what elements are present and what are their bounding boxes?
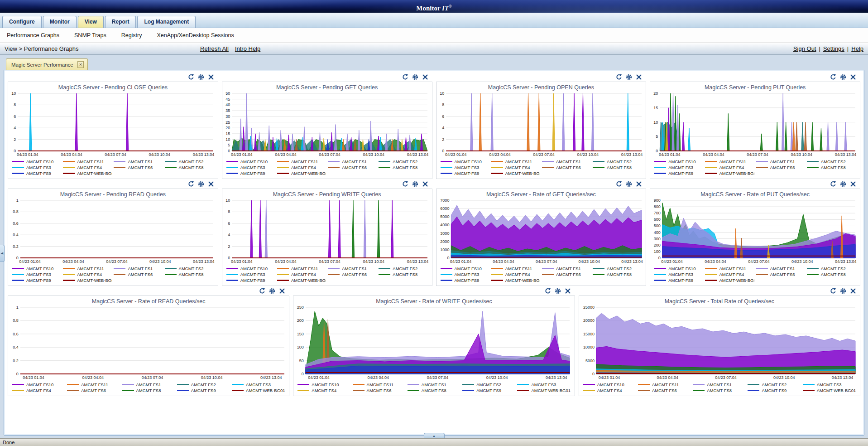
svg-text:6: 6 [14, 114, 16, 119]
settings-link[interactable]: Settings [823, 45, 844, 52]
chart-refresh-icon[interactable] [830, 288, 836, 294]
chart-refresh-icon[interactable] [616, 181, 622, 187]
chart-close-icon[interactable] [850, 288, 856, 294]
legend-label: AMCMT-FS8 [179, 165, 204, 170]
legend-item: AMCMT-FS9 [12, 278, 61, 283]
submenu-performance-graphs[interactable]: Performance Graphs [7, 32, 59, 39]
tab-log-management[interactable]: Log Management [137, 16, 196, 28]
legend-item: AMCMT-FS3 [654, 272, 703, 277]
chart-close-icon[interactable] [636, 74, 642, 80]
legend-swatch [12, 167, 24, 168]
chart-close-icon[interactable] [422, 74, 428, 80]
chart-refresh-icon[interactable] [402, 74, 408, 80]
svg-text:04/23 01:04: 04/23 01:04 [17, 152, 38, 157]
chart-settings-icon[interactable] [840, 74, 846, 80]
svg-text:150: 150 [297, 332, 304, 336]
legend-item: AMCMT-FS2 [379, 159, 427, 164]
legend-item: AMCMT-FS9 [441, 171, 489, 176]
tab-configure[interactable]: Configure [2, 16, 42, 28]
chart-plot: 0510152004/23 01:0404/23 04:0404/23 07:0… [650, 91, 860, 158]
chart-settings-icon[interactable] [840, 288, 846, 294]
legend-label: AMCMT-FS8 [821, 272, 846, 277]
legend-swatch [226, 173, 238, 174]
svg-text:300: 300 [654, 237, 661, 241]
chart-settings-icon[interactable] [555, 288, 561, 294]
legend-swatch [593, 268, 604, 269]
legend-item: AMCMT-FS6 [542, 272, 591, 277]
legend-label: AMCMT-FS6 [652, 388, 677, 393]
svg-text:2: 2 [228, 244, 230, 249]
svg-text:2: 2 [442, 137, 444, 142]
legend-item: AMCMT-FS10 [654, 266, 703, 271]
submenu-registry[interactable]: Registry [121, 32, 142, 39]
workspace-tab-close-icon[interactable]: × [77, 61, 84, 68]
chart-settings-icon[interactable] [412, 181, 418, 187]
chart-plot: 010020030040050060070080090004/23 01:040… [650, 198, 860, 265]
legend-item: AMCMT-FS8 [693, 388, 746, 393]
legend-label: AMCMT-FS3 [240, 165, 265, 170]
legend-label: AMCMT-FS10 [312, 382, 339, 387]
legend-swatch [379, 167, 390, 168]
tab-monitor[interactable]: Monitor [43, 16, 77, 28]
chart-refresh-icon[interactable] [259, 288, 265, 294]
chart-settings-icon[interactable] [198, 74, 204, 80]
chart-close-icon[interactable] [636, 181, 642, 187]
refresh-all-link[interactable]: Refresh All [200, 45, 229, 52]
chart-close-icon[interactable] [850, 181, 856, 187]
sign-out-link[interactable]: Sign Out [793, 45, 816, 52]
chart-close-icon[interactable] [422, 181, 428, 187]
legend-label: AMCMT-FS9 [455, 171, 480, 176]
chart-refresh-icon[interactable] [188, 181, 194, 187]
chart-refresh-icon[interactable] [616, 74, 622, 80]
chart-legend: AMCMT-FS10AMCMT-FS11AMCMT-FS1AMCMT-FS2AM… [650, 158, 860, 179]
help-link[interactable]: Help [851, 45, 863, 52]
svg-text:0.6: 0.6 [13, 221, 19, 226]
legend-item: AMCMT-WEB-BG01 [232, 388, 285, 393]
svg-text:0.4: 0.4 [13, 345, 19, 349]
chart-close-icon[interactable] [208, 74, 214, 80]
chart-close-icon[interactable] [208, 181, 214, 187]
left-collapse-handle[interactable]: ◀ [0, 245, 5, 262]
chart-refresh-icon[interactable] [830, 181, 836, 187]
chart-close-icon[interactable] [565, 288, 571, 294]
chart-settings-icon[interactable] [269, 288, 275, 294]
svg-text:15000: 15000 [583, 332, 595, 336]
submenu-snmp-traps[interactable]: SNMP Traps [74, 32, 106, 39]
left-arrow-icon: ◀ [1, 252, 3, 255]
legend-label: AMCMT-FS4 [77, 165, 102, 170]
legend-item: AMCMT-FS6 [756, 272, 805, 277]
chart-refresh-icon[interactable] [830, 74, 836, 80]
svg-text:15: 15 [653, 106, 658, 110]
chart-settings-icon[interactable] [840, 181, 846, 187]
chart-refresh-icon[interactable] [545, 288, 551, 294]
legend-swatch [114, 167, 125, 168]
chart-settings-icon[interactable] [626, 74, 632, 80]
intro-help-link[interactable]: Intro Help [235, 45, 260, 52]
legend-item: AMCMT-FS1 [756, 159, 805, 164]
workspace-tab-magic-server-performance[interactable]: Magic Server Performance × [6, 58, 88, 70]
tab-view[interactable]: View [78, 16, 104, 28]
legend-swatch [491, 280, 503, 281]
chart-settings-icon[interactable] [198, 181, 204, 187]
chart-refresh-icon[interactable] [188, 74, 194, 80]
svg-text:3000: 3000 [440, 231, 449, 236]
svg-text:7000: 7000 [440, 198, 449, 203]
legend-swatch [693, 384, 705, 385]
chart-title: MagicCS Server - Pending GET Queries [222, 82, 432, 91]
chart-settings-icon[interactable] [626, 181, 632, 187]
bottom-collapse-handle[interactable]: ▲ [424, 433, 445, 438]
chart-legend: AMCMT-FS10AMCMT-FS11AMCMT-FS1AMCMT-FS2AM… [8, 265, 218, 286]
chart-close-icon[interactable] [279, 288, 285, 294]
chart-toolbar [8, 179, 218, 189]
chart-refresh-icon[interactable] [402, 181, 408, 187]
chart-settings-icon[interactable] [412, 74, 418, 80]
submenu-xenapp-sessions[interactable]: XenApp/XenDesktop Sessions [157, 32, 234, 39]
chart-close-icon[interactable] [850, 74, 856, 80]
legend-swatch [379, 268, 390, 269]
legend-swatch [638, 390, 650, 391]
legend-label: AMCMT-FS9 [240, 171, 265, 176]
legend-label: AMCMT-FS6 [128, 165, 153, 170]
legend-item: AMCMT-FS2 [177, 382, 230, 387]
tab-report[interactable]: Report [105, 16, 136, 28]
legend-label: AMCMT-FS8 [821, 165, 846, 170]
